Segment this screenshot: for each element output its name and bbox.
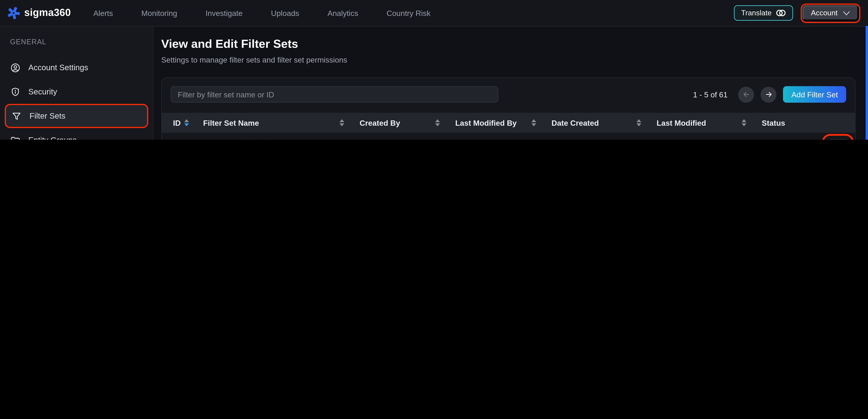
app-window: sigma360 AlertsMonitoringInvestigateUplo… [0, 0, 868, 140]
nav-item-investigate[interactable]: Investigate [206, 9, 243, 18]
column-header-last-modified-by[interactable]: Last Modified By [455, 119, 552, 127]
edit-cell: Edit [828, 139, 856, 140]
sidebar-item-security[interactable]: Security [5, 80, 148, 104]
filter-set-row-896: 896AA - SAN, PEP, MEDAnna ArnazMatheus A… [162, 133, 855, 140]
column-label: Last Modified By [455, 119, 517, 127]
column-header-date-created[interactable]: Date Created [552, 119, 657, 127]
sigma360-pinwheel-icon [7, 6, 20, 20]
sidebar-item-label: Security [28, 87, 57, 96]
column-label: Filter Set Name [203, 119, 259, 127]
sort-arrows-icon[interactable] [340, 119, 344, 127]
nav-item-uploads[interactable]: Uploads [271, 9, 299, 18]
sort-arrows-icon[interactable] [184, 119, 189, 127]
arrow-right-icon [765, 90, 773, 99]
right-edge-scroll-strip[interactable] [866, 26, 868, 140]
sidebar-item-account-settings[interactable]: Account Settings [5, 56, 148, 80]
shield-icon [10, 87, 21, 97]
toolbar-right: 1 - 5 of 61 Add Filter Set [693, 86, 846, 103]
top-nav: sigma360 AlertsMonitoringInvestigateUplo… [0, 0, 868, 27]
brand-logo[interactable]: sigma360 [7, 6, 71, 20]
sort-arrows-icon[interactable] [531, 119, 536, 127]
nav-item-alerts[interactable]: Alerts [93, 9, 113, 18]
column-label: Date Created [552, 119, 599, 127]
edit-button-896[interactable]: Edit [828, 139, 850, 140]
brand-name: sigma360 [24, 7, 71, 19]
top-nav-right: Translate Account [734, 3, 868, 23]
primary-nav: AlertsMonitoringInvestigateUploadsAnalyt… [93, 9, 430, 18]
column-header-last-modified[interactable]: Last Modified [657, 119, 762, 127]
column-label: Created By [360, 119, 400, 127]
filter-search-input[interactable] [170, 86, 498, 103]
nav-item-country-risk[interactable]: Country Risk [386, 9, 430, 18]
column-label: Status [762, 119, 785, 127]
user-circle-icon [10, 62, 21, 73]
sort-arrows-icon[interactable] [435, 119, 440, 127]
sidebar-item-label: Filter Sets [30, 111, 65, 120]
column-label: ID [173, 119, 181, 127]
sidebar-item-entity-groups[interactable]: Entity Groups [5, 128, 148, 140]
add-filter-set-button[interactable]: Add Filter Set [783, 86, 846, 103]
page-title: View and Edit Filter Sets [161, 37, 866, 51]
nav-item-monitoring[interactable]: Monitoring [141, 9, 177, 18]
arrow-left-icon [742, 90, 750, 99]
column-header-status: Status [762, 119, 828, 127]
pagination-range: 1 - 5 of 61 [693, 90, 728, 99]
translate-circles-icon [776, 9, 786, 17]
sort-arrows-icon[interactable] [637, 119, 641, 127]
sidebar-section-general: GENERAL [0, 33, 153, 56]
sidebar-item-label: Account Settings [28, 63, 88, 72]
account-annotation-ring: Account [801, 3, 860, 23]
sidebar-item-filter-sets[interactable]: Filter Sets [5, 104, 148, 128]
table-header-row: IDFilter Set NameCreated ByLast Modified… [162, 113, 855, 133]
filter-sets-card: 1 - 5 of 61 Add Filter Set IDFilter Set … [161, 77, 856, 140]
account-menu-button[interactable]: Account [803, 5, 858, 21]
table-toolbar: 1 - 5 of 61 Add Filter Set [162, 78, 855, 103]
column-header-created-by[interactable]: Created By [360, 119, 455, 127]
account-label: Account [811, 9, 838, 17]
translate-label: Translate [741, 9, 772, 17]
table-body: 896AA - SAN, PEP, MEDAnna ArnazMatheus A… [162, 133, 855, 140]
translate-button[interactable]: Translate [734, 5, 793, 21]
funnel-icon [11, 111, 22, 121]
prev-page-button[interactable] [738, 87, 754, 102]
column-header-filter-set-name[interactable]: Filter Set Name [203, 119, 360, 127]
column-label: Last Modified [657, 119, 706, 127]
chevron-down-icon [842, 10, 850, 16]
main-content: View and Edit Filter Sets Settings to ma… [154, 26, 866, 140]
next-page-button[interactable] [761, 87, 777, 102]
page-subtitle: Settings to manage filter sets and filte… [161, 56, 866, 64]
sidebar-item-label: Entity Groups [28, 136, 76, 140]
settings-sidebar: GENERALAccount SettingsSecurityFilter Se… [0, 26, 154, 140]
column-header-id[interactable]: ID [162, 119, 203, 127]
sort-arrows-icon[interactable] [742, 119, 746, 127]
folder-icon [10, 135, 21, 140]
nav-item-analytics[interactable]: Analytics [328, 9, 358, 18]
